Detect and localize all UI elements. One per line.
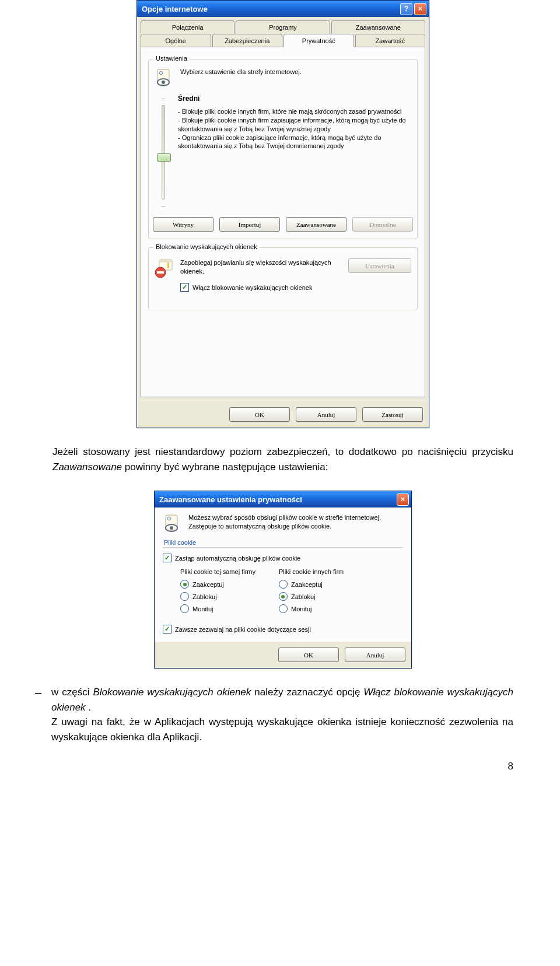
radio-icon[interactable] (180, 580, 189, 589)
col1-title: Pliki cookie tej samej firmy (180, 568, 256, 575)
privacy-icon (155, 68, 174, 88)
popup-desc: Zapobiegaj pojawianiu się większości wys… (180, 258, 342, 276)
close-icon[interactable]: × (397, 494, 409, 506)
tab-content[interactable]: Zawartość (355, 34, 426, 47)
tab-programs[interactable]: Programy (236, 20, 330, 34)
checkbox-icon[interactable]: ✓ (163, 625, 172, 634)
svg-point-3 (162, 80, 165, 84)
dash-bullet: – (35, 685, 41, 744)
col2-title: Pliki cookie innych firm (279, 568, 344, 575)
tab-privacy[interactable]: Prywatność (284, 34, 354, 47)
first-party-col: Pliki cookie tej samej firmy Zaakceptuj … (180, 568, 256, 617)
radio-icon[interactable] (180, 604, 189, 613)
settings-intro: Wybierz ustawienie dla strefy internetow… (180, 68, 302, 76)
popup-group: Blokowanie wyskakujących okienek Zapobie… (148, 247, 418, 310)
privacy-slider[interactable]: – – (155, 93, 172, 209)
tab-connections[interactable]: Połączenia (141, 20, 235, 34)
window-title-2: Zaawansowane ustawienia prywatności (159, 495, 302, 504)
svg-point-1 (159, 71, 163, 75)
ok-button[interactable]: OK (278, 648, 339, 662)
section-cookies: Pliki cookie (164, 539, 403, 546)
close-icon[interactable]: × (414, 3, 426, 15)
page-number: 8 (52, 761, 513, 772)
fp-accept[interactable]: Zaakceptuj (180, 580, 256, 589)
svg-point-10 (167, 517, 171, 520)
third-party-col: Pliki cookie innych firm Zaakceptuj Zabl… (279, 568, 344, 617)
privacy-level-line1: - Blokuje pliki cookie innych firm, któr… (178, 107, 411, 116)
default-button: Domyślne (352, 217, 413, 232)
tab-advanced[interactable]: Zaawansowane (331, 20, 425, 34)
privacy-level-name: Średni (178, 94, 411, 103)
popup-enable-row[interactable]: ✓ Włącz blokowanie wyskakujących okienek (180, 283, 411, 292)
privacy-level-line2: - Blokuje pliki cookie innych firm zapis… (178, 116, 411, 134)
radio-icon[interactable] (279, 604, 288, 613)
privacy-panel: Ustawienia Wybierz ustawienie dla strefy… (141, 47, 425, 397)
titlebar[interactable]: Opcje internetowe ? × (137, 1, 429, 17)
doc-bullet-paragraph: – w części Blokowanie wyskakujących okie… (35, 685, 513, 744)
tab-row-front: Ogólne Zabezpieczenia Prywatność Zawarto… (141, 34, 425, 47)
internet-options-dialog: Opcje internetowe ? × Połączenia Program… (136, 0, 429, 428)
svg-point-12 (170, 526, 173, 530)
dialog-buttons: OK Anuluj Zastosuj (137, 401, 429, 428)
popup-block-icon (155, 258, 174, 278)
titlebar-2[interactable]: Zaawansowane ustawienia prywatności × (155, 491, 411, 508)
doc-paragraph-1: Jeżeli stosowany jest niestandardowy poz… (52, 444, 513, 474)
radio-icon[interactable] (279, 592, 288, 601)
tab-general[interactable]: Ogólne (141, 34, 211, 47)
popup-settings-button: Ustawienia (348, 258, 411, 273)
svg-rect-8 (157, 271, 164, 274)
dlg2-intro: Możesz wybrać sposób obsługi plików cook… (188, 513, 403, 531)
import-button[interactable]: Importuj (219, 217, 280, 232)
dlg2-buttons: OK Anuluj (155, 642, 411, 668)
tp-accept[interactable]: Zaakceptuj (279, 580, 344, 589)
always-session-row[interactable]: ✓ Zawsze zezwalaj na pliki cookie dotycz… (163, 625, 403, 634)
popup-enable-label: Włącz blokowanie wyskakujących okienek (192, 284, 312, 291)
svg-rect-5 (159, 260, 172, 262)
checkbox-icon[interactable]: ✓ (180, 283, 189, 292)
advanced-privacy-dialog: Zaawansowane ustawienia prywatności × Mo… (154, 491, 412, 668)
cancel-button[interactable]: Anuluj (296, 407, 356, 422)
advanced-button[interactable]: Zaawansowane (286, 217, 346, 232)
privacy-level-line3: - Ogranicza pliki cookie zapisujące info… (178, 134, 411, 151)
cancel-button[interactable]: Anuluj (345, 648, 405, 662)
window-title: Opcje internetowe (142, 5, 208, 13)
help-icon[interactable]: ? (400, 3, 412, 15)
tab-row-back: Połączenia Programy Zaawansowane (141, 20, 425, 34)
radio-icon[interactable] (279, 580, 288, 589)
ok-button[interactable]: OK (229, 407, 290, 422)
popup-group-label: Blokowanie wyskakujących okienek (153, 243, 260, 250)
fp-block[interactable]: Zablokuj (180, 592, 256, 601)
svg-rect-6 (167, 262, 169, 268)
fp-prompt[interactable]: Monituj (180, 604, 256, 613)
tp-block[interactable]: Zablokuj (279, 592, 344, 601)
apply-button[interactable]: Zastosuj (362, 407, 423, 422)
settings-group: Ustawienia Wybierz ustawienie dla strefy… (148, 59, 418, 239)
privacy-icon (163, 513, 183, 533)
override-row[interactable]: ✓ Zastąp automatyczną obsługę plików coo… (163, 554, 403, 562)
tp-prompt[interactable]: Monituj (279, 604, 344, 613)
checkbox-icon[interactable]: ✓ (163, 554, 172, 562)
sites-button[interactable]: Witryny (153, 217, 214, 232)
settings-group-label: Ustawienia (153, 55, 190, 62)
radio-icon[interactable] (180, 592, 189, 601)
tab-security[interactable]: Zabezpieczenia (212, 34, 283, 47)
